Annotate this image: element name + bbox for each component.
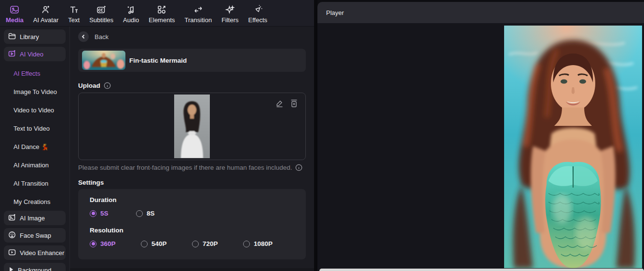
tab-audio[interactable]: Audio — [118, 0, 144, 26]
tab-label: AI Avatar — [33, 16, 59, 24]
sidebar-item-ai-image[interactable]: AI Image — [4, 211, 66, 225]
tab-media[interactable]: Media — [1, 0, 28, 26]
tab-ai-avatar[interactable]: AI Avatar — [28, 0, 64, 26]
info-icon[interactable] — [104, 82, 111, 89]
sidebar-item-my-creations[interactable]: My Creations — [0, 192, 69, 211]
radio-checked-icon — [90, 241, 96, 247]
main-panel: Back — [70, 27, 314, 271]
left-pane: Media AI Avatar — [0, 0, 314, 271]
radio-unchecked-icon — [243, 241, 250, 247]
face-swap-icon — [8, 231, 16, 240]
tab-text[interactable]: Text — [63, 0, 84, 26]
radio-unchecked-icon — [136, 210, 143, 217]
effects-icon — [252, 4, 263, 15]
sidebar-item-ai-transition[interactable]: AI Transition — [0, 174, 69, 192]
template-card[interactable]: Fin-tastic Mermaid — [78, 49, 306, 72]
edit-icon[interactable] — [275, 99, 284, 108]
duration-option-5s[interactable]: 5S — [90, 210, 136, 217]
sidebar-item-ai-video[interactable]: AI Video — [4, 47, 66, 61]
audio-icon — [126, 4, 137, 15]
sidebar-item-face-swap[interactable]: Face Swap — [4, 228, 66, 243]
tab-label: Subtitles — [89, 16, 113, 24]
elements-icon — [156, 4, 167, 15]
sidebar-item-label: Library — [20, 33, 39, 41]
resolution-option-720p[interactable]: 720P — [192, 240, 243, 247]
sidebar-item-video-to-video[interactable]: Video to Video — [0, 101, 69, 119]
sidebar-item-label: Video Enhancer — [20, 249, 64, 257]
template-title: Fin-tastic Mermaid — [129, 57, 187, 64]
sidebar-item-label: AI Animation — [14, 162, 49, 169]
tab-label: Text — [68, 16, 80, 24]
subtitles-icon — [96, 4, 107, 15]
resolution-label: Resolution — [90, 227, 294, 234]
back-label: Back — [95, 33, 109, 41]
left-body: Library AI Video AI Effects — [0, 27, 314, 271]
sidebar-item-text-to-video[interactable]: Text to Video — [0, 119, 69, 137]
tab-label: Audio — [123, 16, 139, 24]
ai-image-icon — [8, 214, 16, 223]
sidebar-item-label: AI Video — [20, 51, 43, 58]
ai-avatar-icon — [41, 4, 51, 15]
tab-label: Media — [6, 16, 24, 24]
tab-subtitles[interactable]: Subtitles — [84, 0, 118, 26]
video-preview[interactable] — [504, 26, 642, 268]
resolution-option-360p[interactable]: 360P — [90, 240, 141, 247]
ai-video-icon — [8, 50, 16, 59]
duration-label: Duration — [90, 196, 294, 203]
settings-title: Settings — [78, 179, 104, 186]
tab-label: Effects — [248, 16, 268, 24]
sidebar-item-background[interactable]: Background — [4, 263, 66, 271]
tab-transition[interactable]: Transition — [180, 0, 217, 26]
sidebar-item-video-enhancer[interactable]: Video Enhancer — [4, 245, 66, 260]
sidebar-item-label: AI Image — [20, 215, 45, 222]
duration-option-8s[interactable]: 8S — [136, 210, 182, 217]
sidebar-item-label: AI Transition — [14, 180, 48, 187]
radio-unchecked-icon — [192, 241, 199, 247]
upload-label: Upload — [78, 82, 100, 89]
uploaded-image — [174, 95, 210, 158]
upload-dropzone[interactable] — [78, 93, 306, 160]
tab-label: Transition — [185, 16, 212, 24]
sidebar-item-image-to-video[interactable]: Image To Video — [0, 82, 69, 101]
upload-note: Please submit clear front-facing images … — [78, 164, 292, 171]
settings-header: Settings — [78, 179, 306, 186]
resolution-option-1080p[interactable]: 1080P — [243, 240, 294, 247]
tab-label: Filters — [221, 16, 238, 24]
sidebar-item-label: Background — [18, 267, 51, 271]
transition-icon — [193, 4, 204, 15]
bottom-toolbar-edge — [319, 269, 644, 271]
settings-card: Duration 5S 8S Resolution — [78, 189, 306, 259]
filters-icon — [225, 4, 235, 15]
sidebar-item-label: Text to Video — [14, 125, 50, 132]
sidebar: Library AI Video AI Effects — [0, 27, 70, 271]
tab-elements[interactable]: Elements — [144, 0, 179, 26]
sidebar-item-ai-animation[interactable]: AI Animation — [0, 156, 69, 174]
radio-unchecked-icon — [141, 241, 148, 247]
tab-effects[interactable]: Effects — [244, 0, 273, 26]
panel-divider[interactable] — [314, 0, 317, 271]
sidebar-item-label: Face Swap — [20, 232, 51, 239]
upload-header: Upload — [78, 82, 306, 89]
sidebar-item-label: My Creations — [14, 198, 51, 205]
upload-actions — [275, 99, 298, 108]
video-enhancer-icon — [8, 248, 16, 257]
sidebar-item-label: Image To Video — [14, 88, 57, 95]
player-pane: Player — [317, 0, 644, 271]
tab-filters[interactable]: Filters — [217, 0, 243, 26]
app-window: Media AI Avatar — [0, 0, 644, 271]
sidebar-item-library[interactable]: Library — [4, 29, 66, 44]
player-panel: Player — [317, 2, 644, 271]
sidebar-item-ai-effects[interactable]: AI Effects — [0, 64, 69, 82]
back-button[interactable] — [78, 31, 89, 42]
text-icon — [69, 4, 79, 15]
resolution-option-540p[interactable]: 540P — [141, 240, 192, 247]
tab-label: Elements — [149, 16, 175, 24]
upload-note-row: Please submit clear front-facing images … — [78, 164, 306, 171]
delete-icon[interactable] — [290, 99, 298, 108]
info-icon[interactable] — [295, 164, 302, 171]
sidebar-item-label: Video to Video — [14, 107, 54, 114]
media-icon — [9, 4, 20, 15]
player-header: Player — [317, 2, 644, 23]
back-row: Back — [78, 31, 306, 42]
sidebar-item-ai-dance[interactable]: AI Dance 💃 — [0, 137, 69, 156]
